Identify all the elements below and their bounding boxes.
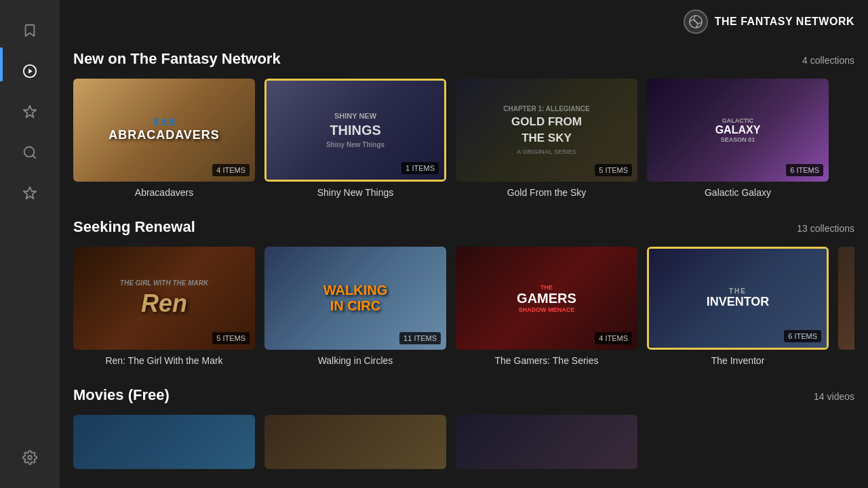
card-gamers[interactable]: THE GAMERS SHADOW MENACE 4 ITEMS The Gam… <box>456 247 637 366</box>
badge-gamers: 4 ITEMS <box>595 332 632 344</box>
badge-walking: 11 ITEMS <box>399 332 441 344</box>
brand-name: THE FANTASY NETWORK <box>715 16 854 28</box>
card-title-inventor: INVENTOR <box>707 295 770 309</box>
card-label-abracadavers: Abracadavers <box>73 187 255 198</box>
sidebar-item-bookmark[interactable] <box>13 14 47 47</box>
card-thumb-ren: THE GIRL WITH THE MARK Ren 5 ITEMS <box>73 247 255 350</box>
card-ren[interactable]: THE GIRL WITH THE MARK Ren 5 ITEMS Ren: … <box>73 247 255 366</box>
main-content: THE FANTASY NETWORK New on The Fantasy N… <box>60 0 868 488</box>
badge-abracadavers: 4 ITEMS <box>212 164 250 176</box>
card-label-ren: Ren: The Girl With the Mark <box>73 355 255 366</box>
movie-card-1[interactable] <box>73 415 255 469</box>
sidebar-item-favorites[interactable] <box>13 176 47 210</box>
section-header-movies: Movies (Free) 14 videos <box>73 386 854 404</box>
section-count-movies: 14 videos <box>814 391 854 402</box>
svg-marker-1 <box>28 68 33 73</box>
card-inventor[interactable]: THE INVENTOR 6 ITEMS The Inventor <box>647 247 829 366</box>
brand-logo <box>684 9 708 34</box>
section-movies-free: Movies (Free) 14 videos <box>60 380 868 483</box>
card-gold-from-sky[interactable]: CHAPTER 1: ALLEGIANCE GOLD FROMTHE SKY A… <box>456 79 637 198</box>
cards-row-new: 👤👤👤 ABRACADAVERS 4 ITEMS Abracadavers SH… <box>73 79 854 198</box>
badge-shiny: 1 ITEMS <box>401 162 439 174</box>
badge-ren: 5 ITEMS <box>212 332 250 344</box>
card-thumb-walking: WALKINGIN CIRC 11 ITEMS <box>264 247 446 350</box>
cards-row-renewal: THE GIRL WITH THE MARK Ren 5 ITEMS Ren: … <box>73 247 854 366</box>
card-title-gamers: GAMERS <box>517 291 576 306</box>
sidebar-item-featured[interactable] <box>13 95 47 129</box>
card-label-gold: Gold From the Sky <box>456 187 637 198</box>
section-header-new: New on The Fantasy Network 4 collections <box>73 50 854 68</box>
svg-marker-5 <box>24 187 36 199</box>
section-title-new: New on The Fantasy Network <box>73 50 281 68</box>
active-indicator <box>0 47 3 81</box>
card-thumb-gamers: THE GAMERS SHADOW MENACE 4 ITEMS <box>456 247 637 350</box>
card-partial-renewal <box>838 247 854 366</box>
section-seeking-renewal: Seeking Renewal 13 collections THE GIRL … <box>60 211 868 380</box>
card-shiny-new-things[interactable]: SHINY NEW THINGS Shiny New Things 1 ITEM… <box>264 79 446 198</box>
card-walking-circles[interactable]: WALKINGIN CIRC 11 ITEMS Walking in Circl… <box>264 247 446 366</box>
svg-point-6 <box>28 455 32 460</box>
card-title-ren: Ren <box>120 289 208 318</box>
movie-card-2[interactable] <box>264 415 446 469</box>
card-thumb-galactic: GALACTIC GALAXY SEASON 01 6 ITEMS <box>647 79 829 182</box>
section-new-on-tfn: New on The Fantasy Network 4 collections… <box>60 43 868 211</box>
card-label-shiny: Shiny New Things <box>264 187 446 198</box>
card-label-galactic: Galactic Galaxy <box>647 187 829 198</box>
badge-galactic: 6 ITEMS <box>786 164 823 176</box>
card-title-walking: WALKINGIN CIRC <box>323 283 387 314</box>
svg-marker-2 <box>24 106 36 117</box>
brand: THE FANTASY NETWORK <box>684 9 854 34</box>
section-count-renewal: 13 collections <box>797 223 854 234</box>
top-header: THE FANTASY NETWORK <box>60 0 868 43</box>
badge-inventor: 6 ITEMS <box>784 330 821 342</box>
card-thumb-shiny: SHINY NEW THINGS Shiny New Things 1 ITEM… <box>264 79 446 182</box>
sidebar <box>0 0 60 488</box>
card-abracadavers[interactable]: 👤👤👤 ABRACADAVERS 4 ITEMS Abracadavers <box>73 79 255 198</box>
card-title-abracadavers: ABRACADAVERS <box>108 128 220 142</box>
section-title-renewal: Seeking Renewal <box>73 218 195 236</box>
section-count-new: 4 collections <box>802 55 854 66</box>
card-partial-thumb <box>838 247 854 350</box>
card-label-inventor: The Inventor <box>647 355 829 366</box>
card-galactic-galaxy[interactable]: GALACTIC GALAXY SEASON 01 6 ITEMS Galact… <box>647 79 829 198</box>
card-title-shiny: THINGS <box>326 123 384 138</box>
movie-card-3[interactable] <box>456 415 637 469</box>
card-thumb-gold: CHAPTER 1: ALLEGIANCE GOLD FROMTHE SKY A… <box>456 79 637 182</box>
card-label-walking: Walking in Circles <box>264 355 446 366</box>
movies-partial-row <box>73 415 854 469</box>
section-title-movies: Movies (Free) <box>73 386 170 404</box>
card-thumb-inventor: THE INVENTOR 6 ITEMS <box>647 247 829 350</box>
sidebar-item-settings[interactable] <box>13 441 47 474</box>
section-header-renewal: Seeking Renewal 13 collections <box>73 218 854 236</box>
card-thumb-abracadavers: 👤👤👤 ABRACADAVERS 4 ITEMS <box>73 79 255 182</box>
card-title-galactic: GALAXY <box>715 124 761 136</box>
card-label-gamers: The Gamers: The Series <box>456 355 637 366</box>
card-title-gold: GOLD FROMTHE SKY <box>503 114 589 146</box>
sidebar-item-search[interactable] <box>13 136 47 169</box>
badge-gold: 5 ITEMS <box>595 164 632 176</box>
svg-line-4 <box>33 155 35 158</box>
sidebar-item-play[interactable] <box>13 54 47 88</box>
